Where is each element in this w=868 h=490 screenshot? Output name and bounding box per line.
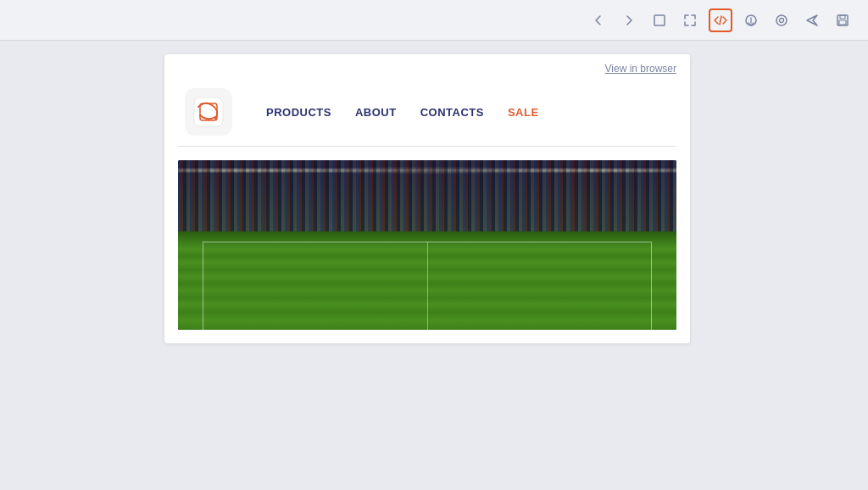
settings-icon[interactable]	[770, 8, 793, 32]
svg-rect-6	[839, 20, 846, 25]
nav-contacts[interactable]: CONTACTS	[420, 106, 484, 119]
football-field	[178, 231, 676, 330]
email-container: View in browser PRODUCTS ABOUT CONTACTS …	[164, 54, 690, 343]
right-sidebar	[854, 41, 868, 490]
hero-image	[178, 160, 676, 330]
send-icon[interactable]	[800, 8, 824, 32]
nav-divider	[178, 146, 676, 147]
nav-about[interactable]: ABOUT	[355, 106, 397, 119]
view-in-browser-link[interactable]: View in browser	[164, 54, 690, 78]
nav-sale[interactable]: SALE	[508, 106, 539, 119]
svg-point-3	[780, 18, 784, 22]
preview-panel: View in browser PRODUCTS ABOUT CONTACTS …	[0, 41, 854, 490]
crowd-layer	[178, 160, 676, 237]
nav-links: PRODUCTS ABOUT CONTACTS SALE	[266, 106, 539, 119]
save-icon[interactable]	[831, 8, 854, 32]
code-icon[interactable]	[709, 8, 732, 32]
email-nav: PRODUCTS ABOUT CONTACTS SALE	[164, 78, 690, 146]
back-icon[interactable]	[587, 8, 610, 32]
nav-products[interactable]: PRODUCTS	[266, 106, 331, 119]
forward-icon[interactable]	[617, 8, 641, 32]
download-icon[interactable]	[739, 8, 763, 32]
toolbar	[0, 0, 868, 41]
svg-rect-0	[654, 15, 665, 25]
stadium-background	[178, 160, 676, 330]
logo-icon	[193, 97, 224, 127]
square-icon[interactable]	[648, 8, 671, 32]
fullscreen-icon[interactable]	[678, 8, 702, 32]
svg-rect-7	[194, 97, 223, 126]
logo-box	[185, 88, 232, 136]
main-area: View in browser PRODUCTS ABOUT CONTACTS …	[0, 41, 868, 490]
svg-point-2	[776, 15, 787, 25]
